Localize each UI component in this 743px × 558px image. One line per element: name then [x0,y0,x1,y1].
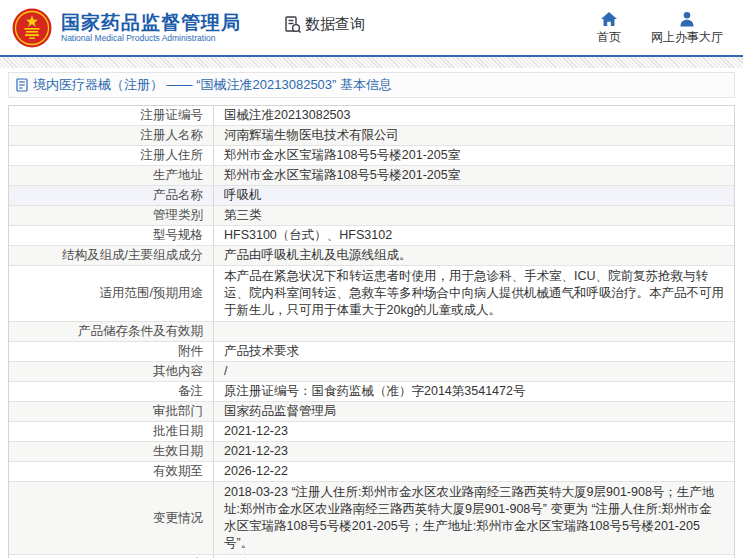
top-nav: 首页 网上办事大厅 [597,11,723,44]
row-label: 注册证编号 [9,106,214,125]
org-name-zh: 国家药品监督管理局 [61,12,241,33]
row-value: / [214,362,734,381]
home-icon [600,11,618,27]
nav-home[interactable]: 首页 [597,11,621,44]
row-label: 批准日期 [9,422,214,441]
row-label: 结构及组成/主要组成成分 [9,246,214,265]
nav-service-hall[interactable]: 网上办事大厅 [651,11,723,44]
brand: 国家药品监督管理局 National Medical Products Admi… [12,8,241,48]
table-row: 变更情况2018-03-23 “注册人住所:郑州市金水区农业路南经三路西英特大厦… [9,482,734,555]
row-value: 国械注准20213082503 [214,106,734,125]
row-value: 呼吸机 [214,186,734,205]
table-row: 审批部门国家药品监督管理局 [9,402,734,422]
data-query-section: 数据查询 [283,15,365,34]
data-query-icon [283,15,302,34]
table-row: 其他内容/ [9,362,734,382]
row-value: 第三类 [214,206,734,225]
table-row: 注册证编号国械注准20213082503 [9,106,734,126]
table-row: 有效期至2026-12-22 [9,462,734,482]
row-value: HFS3100（台式）、HFS3102 [214,226,734,245]
row-value: 产品技术要求 [214,342,734,361]
row-value: 原注册证编号：国食药监械（准）字2014第3541472号 [214,382,734,401]
table-row: 注册人名称河南辉瑞生物医电技术有限公司 [9,126,734,146]
info-table: 注册证编号国械注准20213082503注册人名称河南辉瑞生物医电技术有限公司注… [8,105,735,558]
row-label: 适用范围/预期用途 [9,266,214,321]
nav-service-hall-label: 网上办事大厅 [651,30,723,44]
row-value: 2021-12-23 [214,422,734,441]
row-value: 产品由呼吸机主机及电源线组成。 [214,246,734,265]
page: 国家药品监督管理局 National Medical Products Admi… [0,0,743,558]
table-row: 备注原注册证编号：国食药监械（准）字2014第3541472号 [9,382,734,402]
data-query-label: 数据查询 [305,15,365,34]
table-row: 批准日期2021-12-23 [9,422,734,442]
row-label: 其他内容 [9,362,214,381]
row-label: 附件 [9,342,214,361]
row-label: 备注 [9,382,214,401]
table-row: 产品名称呼吸机 [9,186,734,206]
main-content: 境内医疗器械（注册） —— “国械注准20213082503” 基本信息 注册证… [0,68,743,558]
row-value: 郑州市金水区宝瑞路108号5号楼201-205室 [214,166,734,185]
brand-text: 国家药品监督管理局 National Medical Products Admi… [61,12,241,44]
table-row: 生效日期2021-12-23 [9,442,734,462]
row-value [214,331,734,333]
table-row: 生产地址郑州市金水区宝瑞路108号5号楼201-205室 [9,166,734,186]
row-label: 产品名称 [9,186,214,205]
table-row: 型号规格HFS3100（台式）、HFS3102 [9,226,734,246]
row-value: 本产品在紧急状况下和转运患者时使用，用于急诊科、手术室、ICU、院前复苏抢救与转… [214,266,734,321]
title-bar: 境内医疗器械（注册） —— “国械注准20213082503” 基本信息 [8,72,735,98]
row-label: 型号规格 [9,226,214,245]
site-header: 国家药品监督管理局 National Medical Products Admi… [0,0,743,57]
user-icon [679,11,695,27]
row-label: 管理类别 [9,206,214,225]
document-icon [16,78,28,92]
row-value: 河南辉瑞生物医电技术有限公司 [214,126,734,145]
nav-home-label: 首页 [597,30,621,44]
table-row: 结构及组成/主要组成成分产品由呼吸机主机及电源线组成。 [9,246,734,266]
page-title: 境内医疗器械（注册） —— “国械注准20213082503” 基本信息 [33,76,392,94]
org-name-en: National Medical Products Administration [61,33,241,44]
row-label: 审批部门 [9,402,214,421]
row-label: 有效期至 [9,462,214,481]
table-row: 适用范围/预期用途本产品在紧急状况下和转运患者时使用，用于急诊科、手术室、ICU… [9,266,734,322]
row-label: 生产地址 [9,166,214,185]
table-row: 注册人住所郑州市金水区宝瑞路108号5号楼201-205室 [9,146,734,166]
row-value: 2018-03-23 “注册人住所:郑州市金水区农业路南经三路西英特大厦9层90… [214,482,734,554]
row-value: 国家药品监督管理局 [214,402,734,421]
row-value: 郑州市金水区宝瑞路108号5号楼201-205室 [214,146,734,165]
decorative-hatch-strip [0,57,743,68]
row-value: 2021-12-23 [214,442,734,461]
row-value: 2026-12-22 [214,462,734,481]
row-label: 注册人住所 [9,146,214,165]
row-label: 生效日期 [9,442,214,461]
table-row: 产品储存条件及有效期 [9,322,734,342]
national-emblem-logo [12,8,52,48]
row-label: 注册人名称 [9,126,214,145]
row-label: 产品储存条件及有效期 [9,322,214,341]
table-row: 附件产品技术要求 [9,342,734,362]
row-label: 变更情况 [9,482,214,554]
table-row: 管理类别第三类 [9,206,734,226]
